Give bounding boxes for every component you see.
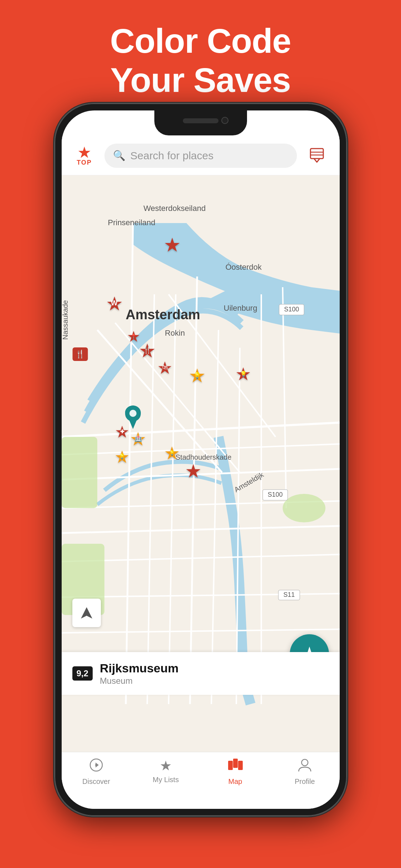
map-pin-medical[interactable]: ★ ✚ [115,422,129,441]
svg-marker-34 [81,607,92,619]
map-pin-gold-center-bottom[interactable]: ★ 💡 [164,443,180,464]
tab-profile[interactable]: Profile [270,758,340,786]
location-button[interactable] [72,599,101,627]
map-pin-gold-right[interactable]: ★ 💡 [189,365,206,387]
hero-line1: Color Code [110,22,291,60]
map-area[interactable]: S100 S100 S11 Westerdokseiland Prinsenei… [62,175,340,752]
svg-text:S100: S100 [284,306,299,313]
tab-profile-label: Profile [295,777,315,786]
my-lists-icon: ★ [160,758,172,774]
tab-bar: Discover ★ My Lists Map [62,752,340,809]
search-bar[interactable]: 🔍 Search for places [104,144,297,168]
svg-point-25 [283,494,325,522]
tab-discover[interactable]: Discover [62,758,131,786]
svg-text:S100: S100 [267,491,282,498]
profile-icon [298,758,312,775]
location-arrow-icon [79,606,94,620]
discover-icon [89,758,103,775]
search-icon: 🔍 [113,150,125,161]
hero-line2: Your Saves [110,61,291,99]
svg-rect-23 [62,437,97,508]
search-placeholder-text: Search for places [130,150,214,162]
map-pin-gold-bag[interactable]: ★ 🏥 [130,428,146,450]
app-header: ★ TOP 🔍 Search for places [62,136,340,175]
place-name: Rijksmuseum [100,661,179,675]
app-logo[interactable]: ★ TOP [70,141,99,170]
map-pin-top-center[interactable]: ★ [164,234,181,256]
svg-rect-40 [238,761,243,770]
map-pin-restaurant[interactable]: ★ 🍴 [139,340,156,362]
map-pin-red-far-right[interactable]: ★ 💡 [235,364,251,384]
place-card[interactable]: 9,2 Rijksmuseum Museum [62,652,340,695]
svg-rect-39 [233,759,238,768]
map-layers-button[interactable] [303,141,331,170]
map-tab-icon [227,758,243,775]
tab-map-label: Map [228,777,242,786]
tab-my-lists[interactable]: ★ My Lists [131,758,201,784]
tab-discover-label: Discover [82,777,110,786]
map-pin-red-bottom-right[interactable]: ★ [185,460,202,482]
rating-badge: 9,2 [72,666,93,681]
place-type: Museum [100,676,179,686]
map-pin-location-red[interactable]: ★ 📍 [127,328,140,345]
tab-my-lists-label: My Lists [153,776,179,784]
notch [154,110,247,135]
camera [221,117,228,124]
map-pin-cutlery-left[interactable]: 🍴 [72,347,88,361]
speaker [183,118,219,123]
svg-rect-0 [310,149,323,159]
svg-rect-38 [228,761,233,770]
phone-frame: ★ TOP 🔍 Search for places [55,103,347,816]
logo-top-text: TOP [77,159,92,166]
logo-star-icon: ★ [77,145,91,160]
map-pin-shopping[interactable]: ★ 🛍 [157,358,173,378]
svg-text:S11: S11 [283,591,294,598]
svg-point-33 [129,410,137,417]
phone-screen: ★ TOP 🔍 Search for places [62,110,340,809]
map-layers-icon [308,146,326,165]
tab-map[interactable]: Map [201,758,270,786]
svg-point-37 [95,764,97,766]
svg-point-41 [302,759,308,766]
map-pin-gold-bottom[interactable]: ★ 💡 [114,447,130,467]
map-pin-wikipedia[interactable]: ★ W [106,293,123,315]
hero-section: Color Code Your Saves [0,21,401,100]
